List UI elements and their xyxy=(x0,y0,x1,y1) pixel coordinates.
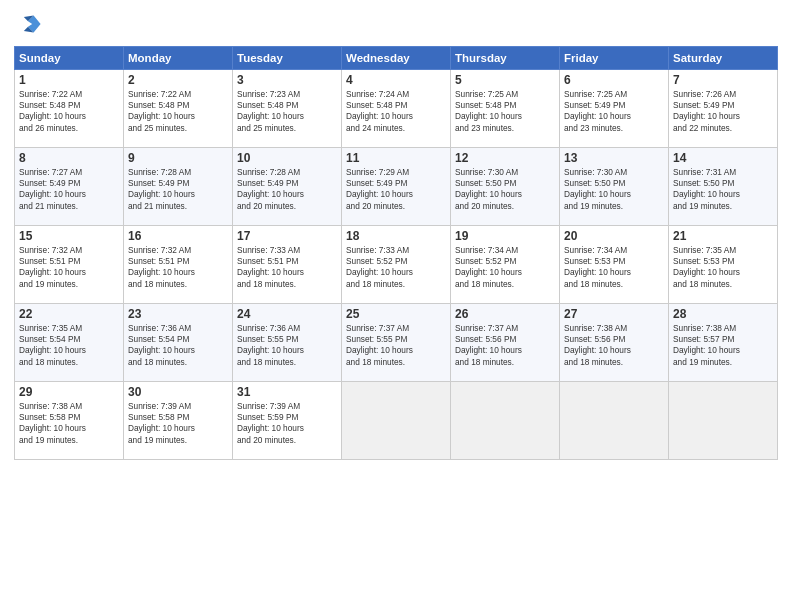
day-info: Sunrise: 7:34 AM Sunset: 5:53 PM Dayligh… xyxy=(564,245,664,290)
calendar-day-cell: 25Sunrise: 7:37 AM Sunset: 5:55 PM Dayli… xyxy=(342,304,451,382)
day-number: 16 xyxy=(128,229,228,243)
day-info: Sunrise: 7:27 AM Sunset: 5:49 PM Dayligh… xyxy=(19,167,119,212)
calendar-day-cell xyxy=(669,382,778,460)
day-number: 12 xyxy=(455,151,555,165)
calendar-day-cell: 22Sunrise: 7:35 AM Sunset: 5:54 PM Dayli… xyxy=(15,304,124,382)
weekday-header-cell: Friday xyxy=(560,47,669,70)
day-number: 15 xyxy=(19,229,119,243)
calendar-day-cell: 29Sunrise: 7:38 AM Sunset: 5:58 PM Dayli… xyxy=(15,382,124,460)
calendar-day-cell: 27Sunrise: 7:38 AM Sunset: 5:56 PM Dayli… xyxy=(560,304,669,382)
day-number: 23 xyxy=(128,307,228,321)
day-info: Sunrise: 7:35 AM Sunset: 5:54 PM Dayligh… xyxy=(19,323,119,368)
calendar-day-cell: 11Sunrise: 7:29 AM Sunset: 5:49 PM Dayli… xyxy=(342,148,451,226)
day-number: 24 xyxy=(237,307,337,321)
calendar-day-cell: 5Sunrise: 7:25 AM Sunset: 5:48 PM Daylig… xyxy=(451,70,560,148)
calendar-day-cell: 4Sunrise: 7:24 AM Sunset: 5:48 PM Daylig… xyxy=(342,70,451,148)
day-number: 31 xyxy=(237,385,337,399)
calendar-body: 1Sunrise: 7:22 AM Sunset: 5:48 PM Daylig… xyxy=(15,70,778,460)
day-number: 14 xyxy=(673,151,773,165)
weekday-header-cell: Saturday xyxy=(669,47,778,70)
calendar-day-cell: 19Sunrise: 7:34 AM Sunset: 5:52 PM Dayli… xyxy=(451,226,560,304)
day-number: 22 xyxy=(19,307,119,321)
day-info: Sunrise: 7:37 AM Sunset: 5:55 PM Dayligh… xyxy=(346,323,446,368)
day-number: 21 xyxy=(673,229,773,243)
calendar-day-cell: 8Sunrise: 7:27 AM Sunset: 5:49 PM Daylig… xyxy=(15,148,124,226)
day-info: Sunrise: 7:24 AM Sunset: 5:48 PM Dayligh… xyxy=(346,89,446,134)
calendar-day-cell: 30Sunrise: 7:39 AM Sunset: 5:58 PM Dayli… xyxy=(124,382,233,460)
weekday-header-row: SundayMondayTuesdayWednesdayThursdayFrid… xyxy=(15,47,778,70)
calendar-day-cell: 21Sunrise: 7:35 AM Sunset: 5:53 PM Dayli… xyxy=(669,226,778,304)
day-number: 17 xyxy=(237,229,337,243)
calendar-day-cell: 17Sunrise: 7:33 AM Sunset: 5:51 PM Dayli… xyxy=(233,226,342,304)
day-number: 9 xyxy=(128,151,228,165)
day-number: 7 xyxy=(673,73,773,87)
day-info: Sunrise: 7:32 AM Sunset: 5:51 PM Dayligh… xyxy=(128,245,228,290)
day-info: Sunrise: 7:23 AM Sunset: 5:48 PM Dayligh… xyxy=(237,89,337,134)
day-number: 28 xyxy=(673,307,773,321)
day-info: Sunrise: 7:30 AM Sunset: 5:50 PM Dayligh… xyxy=(564,167,664,212)
day-info: Sunrise: 7:37 AM Sunset: 5:56 PM Dayligh… xyxy=(455,323,555,368)
day-number: 30 xyxy=(128,385,228,399)
logo xyxy=(14,10,46,38)
calendar-day-cell: 28Sunrise: 7:38 AM Sunset: 5:57 PM Dayli… xyxy=(669,304,778,382)
day-info: Sunrise: 7:38 AM Sunset: 5:57 PM Dayligh… xyxy=(673,323,773,368)
calendar-day-cell: 31Sunrise: 7:39 AM Sunset: 5:59 PM Dayli… xyxy=(233,382,342,460)
calendar-week-row: 8Sunrise: 7:27 AM Sunset: 5:49 PM Daylig… xyxy=(15,148,778,226)
day-info: Sunrise: 7:38 AM Sunset: 5:58 PM Dayligh… xyxy=(19,401,119,446)
calendar-day-cell: 14Sunrise: 7:31 AM Sunset: 5:50 PM Dayli… xyxy=(669,148,778,226)
calendar-week-row: 1Sunrise: 7:22 AM Sunset: 5:48 PM Daylig… xyxy=(15,70,778,148)
day-number: 27 xyxy=(564,307,664,321)
calendar-week-row: 29Sunrise: 7:38 AM Sunset: 5:58 PM Dayli… xyxy=(15,382,778,460)
calendar-day-cell: 1Sunrise: 7:22 AM Sunset: 5:48 PM Daylig… xyxy=(15,70,124,148)
day-number: 10 xyxy=(237,151,337,165)
calendar-week-row: 15Sunrise: 7:32 AM Sunset: 5:51 PM Dayli… xyxy=(15,226,778,304)
calendar-day-cell: 12Sunrise: 7:30 AM Sunset: 5:50 PM Dayli… xyxy=(451,148,560,226)
day-number: 6 xyxy=(564,73,664,87)
day-info: Sunrise: 7:39 AM Sunset: 5:58 PM Dayligh… xyxy=(128,401,228,446)
day-number: 2 xyxy=(128,73,228,87)
weekday-header-cell: Sunday xyxy=(15,47,124,70)
day-info: Sunrise: 7:35 AM Sunset: 5:53 PM Dayligh… xyxy=(673,245,773,290)
page-container: SundayMondayTuesdayWednesdayThursdayFrid… xyxy=(0,0,792,466)
day-number: 29 xyxy=(19,385,119,399)
day-info: Sunrise: 7:38 AM Sunset: 5:56 PM Dayligh… xyxy=(564,323,664,368)
day-number: 5 xyxy=(455,73,555,87)
weekday-header-cell: Monday xyxy=(124,47,233,70)
day-info: Sunrise: 7:25 AM Sunset: 5:49 PM Dayligh… xyxy=(564,89,664,134)
day-info: Sunrise: 7:22 AM Sunset: 5:48 PM Dayligh… xyxy=(128,89,228,134)
day-number: 19 xyxy=(455,229,555,243)
calendar-day-cell: 3Sunrise: 7:23 AM Sunset: 5:48 PM Daylig… xyxy=(233,70,342,148)
calendar-day-cell: 26Sunrise: 7:37 AM Sunset: 5:56 PM Dayli… xyxy=(451,304,560,382)
day-info: Sunrise: 7:30 AM Sunset: 5:50 PM Dayligh… xyxy=(455,167,555,212)
day-info: Sunrise: 7:26 AM Sunset: 5:49 PM Dayligh… xyxy=(673,89,773,134)
day-number: 18 xyxy=(346,229,446,243)
header xyxy=(14,10,778,38)
calendar-day-cell: 7Sunrise: 7:26 AM Sunset: 5:49 PM Daylig… xyxy=(669,70,778,148)
logo-icon xyxy=(14,10,42,38)
day-info: Sunrise: 7:36 AM Sunset: 5:54 PM Dayligh… xyxy=(128,323,228,368)
calendar-day-cell: 20Sunrise: 7:34 AM Sunset: 5:53 PM Dayli… xyxy=(560,226,669,304)
calendar-table: SundayMondayTuesdayWednesdayThursdayFrid… xyxy=(14,46,778,460)
calendar-week-row: 22Sunrise: 7:35 AM Sunset: 5:54 PM Dayli… xyxy=(15,304,778,382)
day-info: Sunrise: 7:36 AM Sunset: 5:55 PM Dayligh… xyxy=(237,323,337,368)
day-number: 3 xyxy=(237,73,337,87)
calendar-day-cell: 10Sunrise: 7:28 AM Sunset: 5:49 PM Dayli… xyxy=(233,148,342,226)
day-number: 4 xyxy=(346,73,446,87)
calendar-day-cell xyxy=(451,382,560,460)
day-info: Sunrise: 7:25 AM Sunset: 5:48 PM Dayligh… xyxy=(455,89,555,134)
day-number: 26 xyxy=(455,307,555,321)
day-number: 11 xyxy=(346,151,446,165)
calendar-day-cell xyxy=(342,382,451,460)
day-number: 25 xyxy=(346,307,446,321)
weekday-header-cell: Thursday xyxy=(451,47,560,70)
day-number: 1 xyxy=(19,73,119,87)
day-info: Sunrise: 7:39 AM Sunset: 5:59 PM Dayligh… xyxy=(237,401,337,446)
day-info: Sunrise: 7:33 AM Sunset: 5:51 PM Dayligh… xyxy=(237,245,337,290)
weekday-header-cell: Wednesday xyxy=(342,47,451,70)
day-info: Sunrise: 7:22 AM Sunset: 5:48 PM Dayligh… xyxy=(19,89,119,134)
day-number: 20 xyxy=(564,229,664,243)
calendar-day-cell: 16Sunrise: 7:32 AM Sunset: 5:51 PM Dayli… xyxy=(124,226,233,304)
calendar-day-cell xyxy=(560,382,669,460)
calendar-day-cell: 15Sunrise: 7:32 AM Sunset: 5:51 PM Dayli… xyxy=(15,226,124,304)
calendar-day-cell: 18Sunrise: 7:33 AM Sunset: 5:52 PM Dayli… xyxy=(342,226,451,304)
